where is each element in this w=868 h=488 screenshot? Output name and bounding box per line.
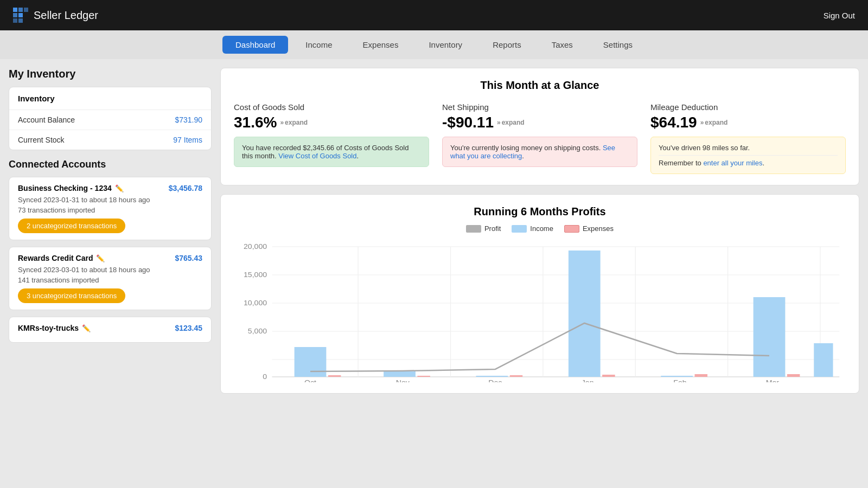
- chart-title: Running 6 Months Profits: [234, 206, 846, 218]
- logo: Seller Ledger: [13, 8, 98, 23]
- svg-text:Jan: Jan: [582, 379, 594, 382]
- nav-dashboard[interactable]: Dashboard: [222, 36, 288, 54]
- connected-accounts-title: Connected Accounts: [9, 159, 212, 170]
- legend-income: Income: [512, 224, 553, 233]
- edit-icon-kmrs[interactable]: ✏️: [82, 324, 91, 332]
- account-balance-checking[interactable]: $3,456.78: [169, 184, 202, 192]
- legend-expenses: Expenses: [564, 224, 614, 233]
- signout-button[interactable]: Sign Out: [824, 11, 855, 20]
- shipping-info-text: You're currently losing money on shippin…: [450, 144, 603, 152]
- account-balance-row: Account Balance $731.90: [9, 110, 211, 130]
- svg-text:Dec: Dec: [488, 379, 502, 382]
- edit-icon-credit[interactable]: ✏️: [96, 254, 105, 262]
- svg-text:Feb: Feb: [673, 379, 686, 382]
- account-card-checking: Business Checking - 1234 ✏️ $3,456.78 Sy…: [9, 177, 212, 240]
- account-header-kmrs: KMRs-toy-trucks ✏️ $123.45: [18, 324, 202, 332]
- mileage-label: Mileage Deduction: [650, 102, 846, 112]
- nav-taxes[interactable]: Taxes: [539, 36, 586, 54]
- svg-rect-1: [18, 8, 23, 12]
- legend-expenses-box: [564, 225, 579, 233]
- right-content: This Month at a Glance Cost of Goods Sol…: [220, 68, 859, 394]
- cogs-expand[interactable]: » expand: [280, 119, 308, 126]
- svg-text:Nov: Nov: [396, 379, 410, 382]
- expense-bar-6: [787, 374, 800, 377]
- logo-icon: [13, 8, 28, 23]
- income-bar-4: [569, 251, 601, 377]
- svg-text:5,000: 5,000: [248, 328, 267, 335]
- legend-profit-box: [466, 225, 481, 233]
- account-balance-credit[interactable]: $765.43: [175, 254, 202, 262]
- account-balance-value[interactable]: $731.90: [175, 115, 202, 124]
- shipping-info-box: You're currently losing money on shippin…: [442, 137, 637, 167]
- svg-text:Oct: Oct: [304, 379, 316, 382]
- legend-income-box: [512, 225, 527, 233]
- income-bar-3: [476, 376, 508, 377]
- expense-bar-5: [695, 374, 708, 377]
- mileage-info-box: You've driven 98 miles so far. Remember …: [650, 137, 846, 174]
- nav-inventory[interactable]: Inventory: [416, 36, 475, 54]
- nav-expenses[interactable]: Expenses: [350, 36, 412, 54]
- cogs-value: 31.6% » expand: [234, 114, 429, 131]
- mileage-info-line1: You've driven 98 miles so far.: [659, 144, 838, 152]
- header: Seller Ledger Sign Out: [0, 0, 868, 30]
- current-stock-row: Current Stock 97 Items: [9, 130, 211, 150]
- legend-income-label: Income: [530, 224, 553, 233]
- account-name-credit: Rewards Credit Card ✏️: [18, 254, 105, 262]
- nav-income[interactable]: Income: [292, 36, 345, 54]
- svg-rect-0: [13, 8, 17, 12]
- chart-area: 20,000 15,000 10,000 5,000 0: [234, 241, 846, 382]
- glance-title: This Month at a Glance: [234, 79, 846, 92]
- account-name-checking: Business Checking - 1234 ✏️: [18, 184, 124, 192]
- main-content: My Inventory Inventory Account Balance $…: [0, 59, 868, 402]
- expense-bar-2: [417, 376, 430, 377]
- account-header-credit: Rewards Credit Card ✏️ $765.43: [18, 254, 202, 262]
- income-bar-2: [384, 371, 416, 377]
- legend-profit: Profit: [466, 224, 501, 233]
- account-balance-kmrs[interactable]: $123.45: [175, 324, 202, 332]
- cogs-info-link[interactable]: View Cost of Goods Sold: [278, 152, 356, 160]
- expense-bar-4: [602, 375, 615, 377]
- svg-rect-3: [13, 13, 17, 17]
- cogs-label: Cost of Goods Sold: [234, 102, 429, 112]
- account-sync-credit: Synced 2023-03-01 to about 18 hours ago: [18, 266, 202, 274]
- mileage-info-text: Remember to: [659, 159, 703, 167]
- shipping-label: Net Shipping: [442, 102, 637, 112]
- shipping-expand[interactable]: » expand: [497, 119, 525, 126]
- account-transactions-checking: 73 transactions imported: [18, 206, 202, 214]
- chart-legend: Profit Income Expenses: [234, 224, 846, 233]
- edit-icon-checking[interactable]: ✏️: [115, 184, 124, 192]
- mileage-info-link[interactable]: enter all your miles: [703, 159, 762, 167]
- nav-settings[interactable]: Settings: [590, 36, 646, 54]
- mileage-expand[interactable]: » expand: [700, 119, 728, 126]
- svg-text:20,000: 20,000: [244, 243, 267, 251]
- glance-col-cogs: Cost of Goods Sold 31.6% » expand You ha…: [234, 102, 429, 174]
- expense-bar-3: [510, 375, 523, 377]
- svg-rect-6: [18, 18, 23, 23]
- current-stock-label: Current Stock: [18, 136, 65, 144]
- profit-line: [310, 323, 769, 371]
- expense-bar-1: [328, 375, 341, 377]
- income-bar-5: [661, 376, 693, 377]
- legend-expenses-label: Expenses: [583, 224, 614, 233]
- account-transactions-credit: 141 transactions imported: [18, 276, 202, 284]
- income-bar-7: [814, 343, 833, 377]
- current-stock-value[interactable]: 97 Items: [173, 136, 202, 144]
- cogs-info-box: You have recorded $2,345.66 of Costs of …: [234, 137, 429, 167]
- uncategorized-badge-credit[interactable]: 3 uncategorized transactions: [18, 288, 125, 303]
- svg-text:Mar: Mar: [766, 379, 780, 382]
- account-card-credit: Rewards Credit Card ✏️ $765.43 Synced 20…: [9, 247, 212, 310]
- inventory-card: Inventory Account Balance $731.90 Curren…: [9, 87, 212, 150]
- glance-grid: Cost of Goods Sold 31.6% » expand You ha…: [234, 102, 846, 174]
- income-bar-1: [295, 347, 327, 377]
- chart-svg: 20,000 15,000 10,000 5,000 0: [234, 241, 846, 382]
- legend-profit-label: Profit: [484, 224, 501, 233]
- account-sync-checking: Synced 2023-01-31 to about 18 hours ago: [18, 196, 202, 204]
- uncategorized-badge-checking[interactable]: 2 uncategorized transactions: [18, 219, 125, 233]
- mileage-value: $64.19 » expand: [650, 114, 846, 131]
- chart-panel: Running 6 Months Profits Profit Income E…: [220, 194, 859, 394]
- svg-text:0: 0: [263, 373, 267, 381]
- svg-rect-4: [18, 13, 23, 17]
- glance-col-shipping: Net Shipping -$90.11 » expand You're cur…: [442, 102, 637, 174]
- income-bar-6: [754, 297, 786, 377]
- nav-reports[interactable]: Reports: [480, 36, 534, 54]
